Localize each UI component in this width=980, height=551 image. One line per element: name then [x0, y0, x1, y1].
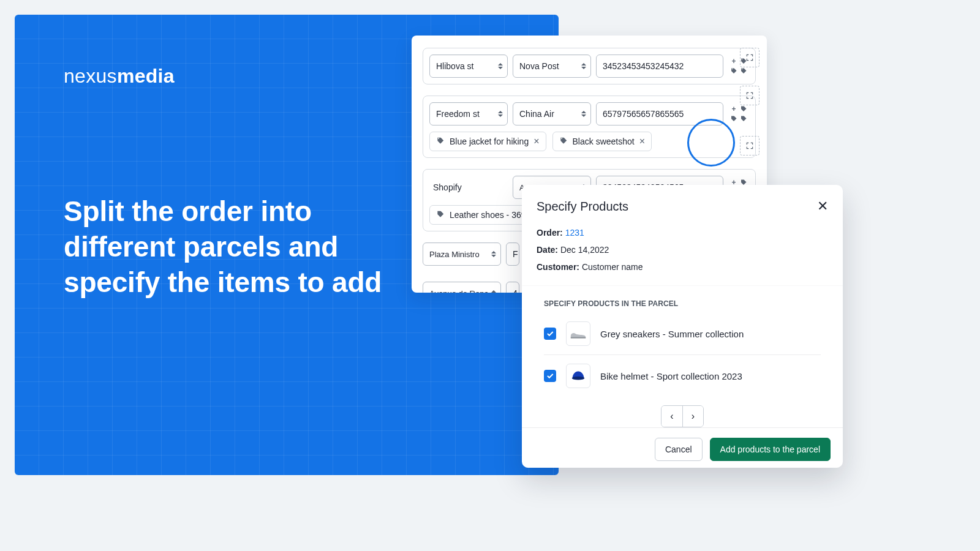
tracking-input[interactable]: 65797565657865565 [596, 102, 723, 126]
checkbox-checked[interactable] [544, 328, 556, 340]
modal-meta: Order: 1231 Date: Dec 14,2022 Customer: … [522, 220, 843, 286]
plus-icon: + [730, 105, 737, 113]
specify-products-modal: Specify Products ✕ Order: 1231 Date: Dec… [522, 185, 843, 468]
tag-label: Black sweetshot [573, 137, 635, 146]
tag-label: Blue jacket for hiking [450, 137, 529, 146]
expand-icon [745, 141, 754, 150]
stage: nexusmedia Split the order into differen… [0, 0, 980, 551]
tag-icon [436, 137, 445, 147]
chevron-updown-icon [491, 290, 497, 293]
product-name: Grey sneakers - Summer collection [600, 329, 744, 339]
tracking-input[interactable]: 34523453453245432 [596, 54, 723, 78]
address-select[interactable]: Plaza Ministro [423, 242, 501, 266]
customer-label: Customer: [537, 262, 579, 272]
order-link[interactable]: 1231 [565, 228, 584, 238]
section-label: SPECIFY PRODUCTS IN THE PARCEL [522, 286, 843, 313]
checkbox-checked[interactable] [544, 370, 556, 382]
helmet-icon [569, 367, 587, 385]
tag-label: Leather shoes - 3696 [450, 210, 530, 220]
pager-next-button[interactable]: › [682, 406, 703, 427]
cancel-button[interactable]: Cancel [655, 438, 703, 461]
product-name: Bike helmet - Sport collection 2023 [600, 371, 742, 381]
product-row: Grey sneakers - Summer collection [544, 313, 821, 355]
tag-icon [730, 115, 737, 122]
carrier-select[interactable]: Nova Post [513, 54, 591, 78]
chevron-updown-icon [497, 63, 503, 69]
remove-tag-icon[interactable]: × [533, 137, 539, 146]
source-label: Shopify [429, 176, 508, 199]
chevron-updown-icon [491, 251, 497, 257]
parcel-option-button[interactable] [740, 48, 760, 67]
parcel-option-button[interactable] [740, 136, 760, 156]
add-products-button[interactable]: Add products to the parcel [710, 438, 831, 461]
svg-point-0 [572, 377, 585, 380]
date-value: Dec 14,2022 [560, 245, 609, 255]
hero-headline: Split the order into different parcels a… [64, 193, 382, 300]
product-list: Grey sneakers - Summer collection Bike h… [522, 313, 843, 397]
parcel-block: Avenue de Rena.. 4 [423, 282, 527, 293]
pager: ‹ › [522, 397, 843, 427]
tag-icon [436, 210, 445, 220]
chevron-updown-icon [581, 111, 587, 117]
parcel-block: Hlibova st Nova Post 34523453453245432 + [423, 48, 756, 84]
chevron-updown-icon [497, 111, 503, 117]
tag-icon [559, 137, 568, 147]
customer-value: Customer name [582, 262, 643, 272]
parcel-option-button[interactable] [740, 86, 760, 105]
carrier-select[interactable]: China Air [513, 102, 591, 126]
date-label: Date: [537, 245, 558, 255]
expand-icon [745, 53, 754, 62]
product-tag: Black sweetshot × [552, 132, 652, 151]
remove-tag-icon[interactable]: × [639, 137, 645, 146]
modal-title: Specify Products [537, 200, 628, 214]
close-icon[interactable]: ✕ [817, 198, 828, 214]
order-label: Order: [537, 228, 563, 238]
address-select[interactable]: Avenue de Rena.. [423, 282, 501, 293]
product-row: Bike helmet - Sport collection 2023 [544, 355, 821, 397]
sneaker-icon [569, 324, 587, 343]
tag-icon [740, 67, 747, 75]
row-actions-icon[interactable]: + [728, 105, 749, 122]
product-thumbnail [566, 364, 590, 388]
brand-logo: nexusmedia [64, 65, 175, 88]
address-select[interactable]: Hlibova st [429, 54, 508, 78]
expand-icon [745, 91, 754, 100]
tag-icon [730, 67, 737, 75]
parcel-block: Plaza Ministro F [423, 242, 527, 266]
address-select[interactable]: Freedom st [429, 102, 508, 126]
product-thumbnail [566, 321, 590, 346]
carrier-select[interactable]: 4 [506, 282, 519, 293]
chevron-updown-icon [581, 63, 587, 69]
pager-prev-button[interactable]: ‹ [662, 406, 682, 427]
parcel-block: Freedom st China Air 65797565657865565 +… [423, 96, 756, 158]
carrier-select[interactable]: F [506, 242, 519, 266]
plus-icon: + [730, 58, 737, 65]
brand-bold: media [117, 65, 175, 87]
product-tag: Blue jacket for hiking × [429, 132, 546, 151]
tag-icon [740, 115, 747, 122]
brand-light: nexus [64, 65, 117, 87]
tag-icon [740, 105, 747, 113]
